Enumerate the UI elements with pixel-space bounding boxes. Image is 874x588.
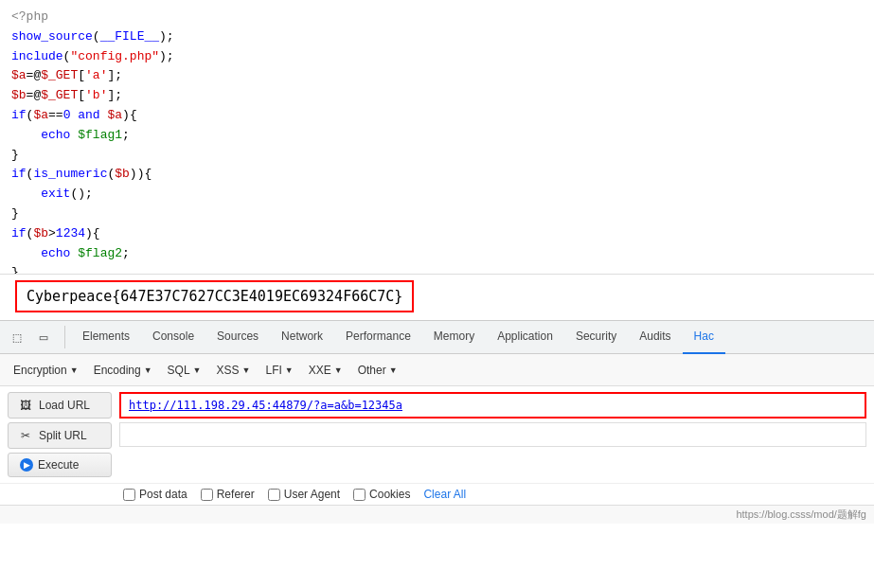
execute-button[interactable]: ▶ Execute (8, 453, 112, 477)
code-line: <?php (11, 8, 863, 27)
url-input-primary[interactable]: http://111.198.29.45:44879/?a=a&b=12345a (119, 392, 866, 419)
encryption-menu[interactable]: Encryption ▼ (8, 361, 84, 380)
device-icon[interactable]: ▭ (32, 326, 55, 348)
user-agent-checkbox-item[interactable]: User Agent (268, 488, 340, 501)
sql-menu[interactable]: SQL ▼ (162, 361, 207, 380)
devtools-icons: ⬚ ▭ (6, 326, 65, 348)
load-url-icon: 🖼 (18, 398, 33, 413)
status-bar: https://blog.csss/mod/题解fg (0, 505, 874, 524)
xxe-menu[interactable]: XXE ▼ (303, 361, 348, 380)
code-line: if(is_numeric($b)){ (11, 165, 863, 185)
code-area: <?php show_source(__FILE__); include("co… (0, 0, 874, 275)
split-url-button[interactable]: ✂ Split URL (8, 422, 112, 449)
encoding-arrow-icon: ▼ (144, 365, 152, 375)
url-section: 🖼 Load URL ✂ Split URL ▶ Execute http://… (0, 386, 874, 483)
post-data-checkbox[interactable] (123, 489, 135, 501)
load-url-label: Load URL (39, 399, 90, 412)
encoding-menu[interactable]: Encoding ▼ (88, 361, 158, 380)
tab-console[interactable]: Console (141, 320, 205, 354)
code-line: show_source(__FILE__); (11, 27, 863, 47)
sql-arrow-icon: ▼ (193, 365, 202, 375)
other-arrow-icon: ▼ (389, 365, 398, 375)
code-line: $a=@$_GET['a']; (11, 66, 863, 86)
tab-application[interactable]: Application (486, 320, 564, 354)
bottom-bar: Post data Referer User Agent Cookies Cle… (0, 483, 874, 505)
code-line: include("config.php"); (11, 47, 863, 67)
code-line: if($a==0 and $a){ (11, 106, 863, 126)
tab-sources[interactable]: Sources (205, 320, 270, 354)
code-line: if($b>1234){ (11, 224, 863, 244)
post-data-checkbox-item[interactable]: Post data (123, 488, 187, 501)
devtools-bar: ⬚ ▭ Elements Console Sources Network Per… (0, 320, 874, 354)
user-agent-label: User Agent (284, 488, 340, 501)
play-icon: ▶ (20, 458, 33, 472)
code-line: } (11, 263, 863, 275)
url-inputs: http://111.198.29.45:44879/?a=a&b=12345a (119, 392, 866, 447)
xss-arrow-icon: ▼ (242, 365, 251, 375)
other-menu[interactable]: Other ▼ (352, 361, 403, 380)
split-url-label: Split URL (39, 429, 87, 442)
lfi-arrow-icon: ▼ (285, 365, 294, 375)
cookies-checkbox[interactable] (353, 489, 366, 501)
tab-audits[interactable]: Audits (628, 320, 682, 354)
code-line: } (11, 146, 863, 166)
referer-checkbox[interactable] (201, 489, 213, 501)
status-text: https://blog.csss/mod/题解fg (736, 508, 866, 520)
tab-elements[interactable]: Elements (71, 320, 141, 354)
execute-label: Execute (38, 458, 79, 472)
code-line: } (11, 205, 863, 224)
lfi-menu[interactable]: LFI ▼ (259, 361, 298, 380)
inspect-icon[interactable]: ⬚ (6, 326, 28, 348)
xss-menu[interactable]: XSS ▼ (211, 361, 257, 380)
post-data-label: Post data (139, 488, 187, 501)
clear-all-button[interactable]: Clear All (423, 488, 466, 501)
code-line: exit(); (11, 185, 863, 205)
cookies-label: Cookies (369, 488, 410, 501)
tab-memory[interactable]: Memory (422, 320, 486, 354)
code-line: echo $flag1; (11, 126, 863, 146)
flag-output: Cyberpeace{647E37C7627CC3E4019EC69324F66… (15, 280, 414, 312)
encryption-arrow-icon: ▼ (70, 365, 79, 375)
load-url-button[interactable]: 🖼 Load URL (8, 392, 112, 419)
cookies-checkbox-item[interactable]: Cookies (353, 488, 410, 501)
tab-network[interactable]: Network (270, 320, 334, 354)
url-input-secondary[interactable] (119, 422, 866, 447)
tab-performance[interactable]: Performance (334, 320, 422, 354)
code-line: echo $flag2; (11, 244, 863, 264)
flag-wrapper: Cyberpeace{647E37C7627CC3E4019EC69324F66… (0, 275, 874, 318)
xxe-arrow-icon: ▼ (334, 365, 343, 375)
user-agent-checkbox[interactable] (268, 489, 280, 501)
tab-hackbar[interactable]: Hac (683, 320, 725, 354)
tab-security[interactable]: Security (564, 320, 628, 354)
code-line: $b=@$_GET['b']; (11, 86, 863, 106)
hackbar-toolbar: Encryption ▼ Encoding ▼ SQL ▼ XSS ▼ LFI … (0, 354, 874, 386)
left-buttons: 🖼 Load URL ✂ Split URL ▶ Execute (8, 392, 112, 477)
split-url-icon: ✂ (18, 428, 33, 443)
referer-checkbox-item[interactable]: Referer (201, 488, 255, 501)
referer-label: Referer (217, 488, 255, 501)
